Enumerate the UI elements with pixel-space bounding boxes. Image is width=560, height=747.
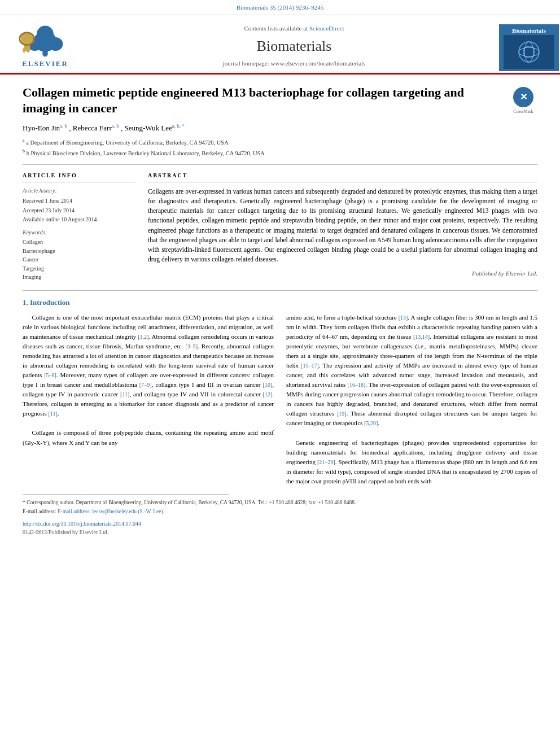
journal-title: Biomaterials [257, 36, 332, 57]
author-3-sup: a, b, * [172, 123, 185, 129]
footnote-divider [23, 494, 229, 495]
doi-line[interactable]: http://dx.doi.org/10.1016/j.biomaterials… [23, 520, 537, 528]
introduction-section: 1. Introduction Collagen is one of the m… [23, 298, 537, 486]
citation-text: Biomaterials 35 (2014) 9236–9245 [237, 4, 323, 11]
svg-point-10 [23, 33, 31, 41]
journal-homepage: journal homepage: www.elsevier.com/locat… [223, 59, 366, 68]
svg-rect-8 [23, 48, 25, 52]
keyword-2: Bacteriophage [23, 247, 135, 256]
published-by: Published by Elsevier Ltd. [148, 269, 537, 278]
abstract-text: Collagens are over-expressed in various … [148, 187, 537, 265]
right-body-col: amino acid, to form a triple-helical str… [286, 313, 537, 486]
elsevier-logo-area: ELSEVIER [0, 20, 90, 73]
email-note: E-mail address: E-mail address: leesw@be… [23, 508, 537, 516]
keyword-1: Collagen [23, 238, 135, 247]
svg-point-4 [37, 25, 54, 41]
keyword-3: Cancer [23, 256, 135, 264]
article-info-heading: Article Info [23, 172, 135, 182]
email-link[interactable]: E-mail address: leesw@berkeley.edu (S.-W… [58, 509, 164, 514]
abstract-heading: Abstract [148, 172, 537, 182]
issn-line: 0142-9612/Published by Elsevier Ltd. [23, 528, 537, 537]
author-2-sup: a, b [112, 123, 119, 129]
journal-badge-area: Biomaterials [498, 20, 560, 73]
article-history-label: Article history: [23, 187, 135, 195]
crossmark-label: CrossMark [513, 108, 533, 115]
affiliation-a: a a Department of Bioengineering, Univer… [23, 137, 537, 147]
authors-line: Hyo-Eon Jina, b , Rebecca Farra, b , Seu… [23, 123, 537, 134]
badge-image [504, 35, 554, 69]
article-info-panel: Article Info Article history: Received 1… [23, 172, 135, 282]
accepted-date: Accepted 23 July 2014 [23, 207, 135, 215]
author-1-sup: a, b [60, 123, 67, 129]
keyword-4: Targeting [23, 265, 135, 273]
author-1: Hyo-Eon Jin [23, 124, 60, 132]
svg-rect-12 [504, 35, 554, 69]
abstract-panel: Abstract Collagens are over-expressed in… [148, 172, 537, 282]
journal-center: Contents lists available at ScienceDirec… [90, 20, 498, 73]
citation-bar: Biomaterials 35 (2014) 9236–9245 [0, 0, 560, 15]
elsevier-wordmark: ELSEVIER [22, 59, 68, 69]
svg-rect-9 [27, 48, 29, 52]
available-online: Available online 10 August 2014 [23, 216, 135, 224]
badge-title: Biomaterials [504, 27, 554, 35]
divider-2 [23, 290, 537, 291]
left-body-col: Collagen is one of the most important ex… [23, 313, 274, 486]
keyword-5: Imaging [23, 273, 135, 282]
intro-para-2: Collagen is composed of three polypeptid… [23, 428, 274, 447]
intro-para-1: Collagen is one of the most important ex… [23, 313, 274, 419]
svg-rect-5 [43, 53, 47, 56]
paper-title-row: Collagen mimetic peptide engineered M13 … [23, 85, 537, 117]
crossmark: ✕ CrossMark [509, 87, 537, 115]
received-date: Received 1 June 2014 [23, 197, 135, 206]
article-info-abstract: Article Info Article history: Received 1… [23, 172, 537, 282]
author-2: , Rebecca Farr [69, 124, 111, 132]
right-para-2: Genetic engineering of bacteriophages (p… [286, 438, 537, 486]
science-direct-line: Contents lists available at ScienceDirec… [244, 24, 344, 33]
elsevier-tree-icon [14, 23, 76, 57]
body-two-col: Collagen is one of the most important ex… [23, 313, 537, 486]
right-para-1: amino acid, to form a triple-helical str… [286, 313, 537, 429]
crossmark-icon: ✕ [513, 87, 533, 107]
intro-heading: 1. Introduction [23, 298, 537, 308]
corresponding-note: * Corresponding author. Department of Bi… [23, 499, 537, 506]
science-direct-link[interactable]: ScienceDirect [309, 25, 344, 32]
affiliation-b: b b Physical Bioscience Division, Lawren… [23, 148, 537, 158]
author-3: , Seung-Wuk Lee [121, 124, 172, 132]
journal-header: ELSEVIER Contents lists available at Sci… [0, 15, 560, 75]
paper-container: Collagen mimetic peptide engineered M13 … [0, 75, 560, 548]
divider-1 [23, 164, 537, 165]
keywords-label: Keywords: [23, 229, 135, 237]
biomaterials-badge: Biomaterials [499, 24, 559, 71]
paper-title: Collagen mimetic peptide engineered M13 … [23, 85, 504, 117]
elsevier-logo: ELSEVIER [14, 23, 76, 69]
